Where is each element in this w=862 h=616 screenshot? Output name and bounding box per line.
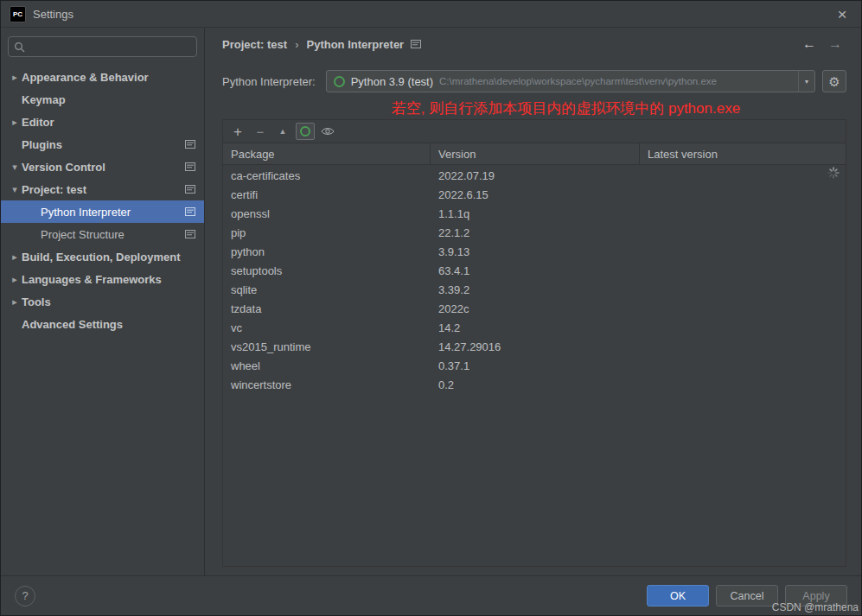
package-version: 0.2: [431, 378, 640, 391]
settings-search[interactable]: [8, 36, 197, 57]
package-name: tzdata: [223, 302, 431, 315]
sidebar-item-editor[interactable]: Editor: [1, 111, 204, 133]
sidebar-item-plugins[interactable]: Plugins: [1, 133, 204, 156]
settings-page-icon: [185, 207, 195, 216]
package-version: 0.37.1: [431, 359, 640, 372]
package-version: 2022c: [431, 302, 640, 315]
apply-button[interactable]: Apply: [785, 585, 847, 606]
forward-arrow-icon[interactable]: →: [828, 37, 842, 51]
chevron-down-icon: [8, 162, 22, 173]
package-name: vc: [223, 321, 431, 334]
breadcrumb: Project: test › Python Interpreter ← →: [205, 28, 861, 60]
conda-toggle-button[interactable]: [296, 123, 315, 140]
back-arrow-icon[interactable]: ←: [802, 37, 816, 51]
sidebar-item-label: Build, Execution, Deployment: [22, 251, 180, 264]
chevron-right-icon: [8, 274, 22, 285]
pycharm-logo-icon: PC: [10, 6, 26, 22]
settings-window: PC Settings Appearance & Behavior: [0, 0, 862, 616]
sidebar-item-appearance-behavior[interactable]: Appearance & Behavior: [1, 66, 204, 88]
package-name: vs2015_runtime: [223, 340, 431, 353]
table-row[interactable]: openssl 1.1.1q: [223, 204, 846, 223]
red-annotation-text: 若空, 则自行添加本项目内的虚拟环境中的 python.exe: [392, 98, 740, 118]
package-name: wincertstore: [223, 378, 431, 391]
breadcrumb-project[interactable]: Project: test: [222, 38, 287, 51]
breadcrumb-separator: ›: [295, 38, 298, 51]
chevron-right-icon: [8, 117, 22, 128]
column-header-version[interactable]: Version: [431, 143, 640, 164]
interpreter-path: C:\mrathena\develop\workspace\pycharm\te…: [439, 76, 798, 86]
table-row[interactable]: tzdata 2022c: [223, 299, 846, 318]
package-name: wheel: [223, 359, 431, 372]
chevron-down-icon[interactable]: [798, 71, 814, 92]
sidebar-item-project-structure[interactable]: Project Structure: [1, 223, 204, 245]
sidebar-item-build-execution-deployment[interactable]: Build, Execution, Deployment: [1, 245, 204, 268]
package-name: sqlite: [223, 283, 431, 296]
cancel-button[interactable]: Cancel: [716, 585, 778, 606]
conda-ring-icon: [300, 126, 310, 137]
package-name: pip: [223, 226, 431, 239]
package-version: 3.9.13: [431, 245, 640, 258]
table-row[interactable]: wheel 0.37.1: [223, 356, 846, 375]
sidebar-item-languages-frameworks[interactable]: Languages & Frameworks: [1, 268, 204, 290]
help-button[interactable]: ?: [15, 586, 35, 606]
interpreter-name: Python 3.9 (test): [351, 75, 433, 88]
settings-tree: Appearance & Behavior Keymap Editor Plug…: [1, 66, 204, 335]
sidebar-item-label: Tools: [22, 295, 51, 308]
sidebar-item-label: Editor: [22, 116, 54, 129]
settings-page-icon: [185, 230, 195, 238]
table-row[interactable]: vc 14.2: [223, 318, 846, 337]
package-name: openssl: [223, 207, 431, 220]
settings-page-icon: [411, 40, 421, 48]
sidebar-item-project-test[interactable]: Project: test: [1, 178, 204, 200]
sidebar-item-label: Keymap: [22, 93, 66, 106]
package-toolbar: [223, 120, 846, 143]
python-venv-icon: [334, 76, 345, 87]
table-row[interactable]: setuptools 63.4.1: [223, 261, 846, 280]
package-version: 3.39.2: [431, 283, 640, 296]
interpreter-select[interactable]: Python 3.9 (test) C:\mrathena\develop\wo…: [326, 70, 815, 92]
table-row[interactable]: pip 22.1.2: [223, 223, 846, 242]
column-header-latest-version[interactable]: Latest version: [640, 143, 846, 164]
chevron-right-icon: [8, 296, 22, 308]
package-version: 63.4.1: [431, 264, 640, 277]
package-table-body: ca-certificates 2022.07.19 certifi 2022.…: [223, 165, 846, 566]
sidebar-item-tools[interactable]: Tools: [1, 290, 204, 313]
settings-page-icon: [185, 185, 195, 194]
add-package-button[interactable]: [228, 123, 247, 140]
loading-spinner-icon: [827, 167, 840, 179]
table-row[interactable]: sqlite 3.39.2: [223, 280, 846, 299]
window-title: Settings: [33, 8, 73, 21]
upgrade-package-button[interactable]: [273, 123, 292, 140]
package-version: 2022.07.19: [431, 169, 640, 182]
settings-content: Project: test › Python Interpreter ← → P…: [205, 28, 861, 575]
sidebar-item-label: Appearance & Behavior: [22, 71, 149, 84]
ok-button[interactable]: OK: [647, 585, 709, 606]
table-row[interactable]: certifi 2022.6.15: [223, 185, 846, 204]
settings-page-icon: [185, 162, 195, 171]
close-icon[interactable]: [832, 3, 852, 24]
show-early-releases-button[interactable]: [318, 123, 337, 140]
package-name: certifi: [223, 188, 431, 201]
package-name: python: [223, 245, 431, 258]
sidebar-item-label: Advanced Settings: [22, 318, 123, 331]
column-header-package[interactable]: Package: [223, 143, 431, 164]
sidebar-item-version-control[interactable]: Version Control: [1, 156, 204, 178]
table-row[interactable]: python 3.9.13: [223, 242, 846, 261]
sidebar-item-python-interpreter[interactable]: Python Interpreter: [1, 200, 204, 223]
remove-package-button[interactable]: [251, 123, 270, 140]
eye-icon: [321, 126, 335, 137]
sidebar-item-advanced-settings[interactable]: Advanced Settings: [1, 313, 204, 335]
table-row[interactable]: ca-certificates 2022.07.19: [223, 166, 846, 185]
package-version: 1.1.1q: [431, 207, 640, 220]
package-name: setuptools: [223, 264, 431, 277]
search-input[interactable]: [29, 40, 191, 54]
chevron-right-icon: [8, 72, 22, 83]
package-version: 22.1.2: [431, 226, 640, 239]
breadcrumb-page[interactable]: Python Interpreter: [306, 38, 404, 51]
table-row[interactable]: vs2015_runtime 14.27.29016: [223, 337, 846, 356]
title-bar: PC Settings: [1, 1, 861, 28]
sidebar-item-keymap[interactable]: Keymap: [1, 88, 204, 111]
table-row[interactable]: wincertstore 0.2: [223, 375, 846, 394]
search-icon: [14, 41, 25, 53]
gear-icon[interactable]: [822, 70, 846, 92]
